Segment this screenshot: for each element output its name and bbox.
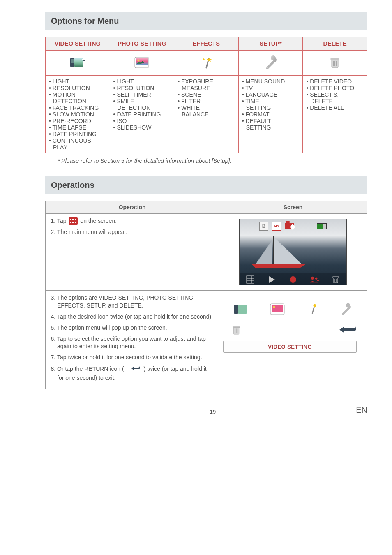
delete-options: • DELETE VIDEO • DELETE PHOTO • SELECT &… <box>303 76 367 153</box>
battery-icon <box>317 223 327 229</box>
txt: Tap <box>57 217 68 224</box>
step-6: Tap to select the specific option you wa… <box>57 335 214 351</box>
page-number: 19 <box>70 409 356 415</box>
opt: LIGHT <box>117 78 134 85</box>
step-4: Tap the desired icon twice (or tap and h… <box>57 313 214 321</box>
op-header-operation: Operation <box>46 201 219 214</box>
svg-rect-17 <box>69 217 78 225</box>
screen-preview-cell: B HD <box>219 214 367 291</box>
svg-rect-3 <box>71 62 74 63</box>
return-arrow-icon <box>127 365 141 374</box>
opt: SLOW MOTION <box>53 111 94 118</box>
opt: SETTING <box>242 124 271 131</box>
row-back-arrow-icon <box>336 325 357 334</box>
opt: DELETE VIDEO <box>310 78 352 85</box>
menu-header-photo: PHOTO SETTING <box>110 37 174 51</box>
svg-rect-39 <box>238 305 247 314</box>
txt: on the screen. <box>80 217 117 224</box>
svg-rect-46 <box>233 326 240 328</box>
opt: MEASURE <box>178 85 210 91</box>
opt: DATE PRINTING <box>53 131 97 137</box>
opt: EXPOSURE <box>181 78 213 85</box>
menu-header-video: VIDEO SETTING <box>46 37 110 51</box>
opt: RESOLUTION <box>117 85 154 91</box>
step-1: Tap on the screen. <box>57 217 214 225</box>
bottom-trash-icon <box>331 275 340 284</box>
svg-rect-2 <box>71 60 74 62</box>
opt: LIGHT <box>53 78 69 85</box>
opt: CONTINUOUS <box>53 137 91 144</box>
svg-point-30 <box>290 276 296 283</box>
opt: DETECTION <box>49 98 86 104</box>
opt: TV <box>245 85 253 91</box>
menu-header-effects: EFFECTS <box>174 37 239 51</box>
svg-point-44 <box>314 304 316 307</box>
op-steps-3-8: The options are VIDEO SETTING, PHOTO SET… <box>46 291 219 389</box>
section-options-title: Options for Menu <box>45 12 367 30</box>
row-video-icon <box>233 302 249 316</box>
effects-icon-cell <box>174 51 239 76</box>
menu-options-table: VIDEO SETTING PHOTO SETTING EFFECTS SETU… <box>45 37 367 153</box>
svg-rect-8 <box>136 58 148 65</box>
svg-point-32 <box>315 278 318 280</box>
svg-point-9 <box>138 59 140 61</box>
svg-rect-25 <box>247 276 254 283</box>
opt: WHITE <box>181 104 200 111</box>
video-setting-icon <box>69 56 86 69</box>
video-setting-options: • LIGHT • RESOLUTION • MOTION DETECTION … <box>46 76 110 153</box>
opt: FORMAT <box>246 111 270 118</box>
opt: DATE PRINTING <box>117 111 161 118</box>
menu-header-delete: DELETE <box>303 37 367 51</box>
op-header-screen: Screen <box>219 201 367 214</box>
opt: SLIDESHOW <box>117 124 151 131</box>
operations-table: Operation Screen Tap on <box>45 201 367 389</box>
video-setting-icon-cell <box>46 51 110 76</box>
opt: RESOLUTION <box>53 85 90 91</box>
svg-rect-19 <box>72 219 74 220</box>
opt: DELETE PHOTO <box>310 85 354 91</box>
opt: FILTER <box>181 98 201 104</box>
opt: FACE TRACKING <box>53 104 99 111</box>
setup-note: * Please refer to Section 5 for the deta… <box>58 157 367 164</box>
svg-rect-41 <box>272 305 283 312</box>
setup-wrench-icon <box>263 56 279 69</box>
step-2: The main menu will appear. <box>57 228 214 236</box>
opt: SETTING <box>242 104 271 111</box>
row-setup-icon <box>339 302 353 316</box>
step-8: Or tap the RETURN icon ( ) twice (or tap… <box>57 365 214 382</box>
opt: MOTION <box>53 91 76 98</box>
opt: SMILE <box>117 98 134 104</box>
opt: DEFAULT <box>246 118 271 124</box>
svg-rect-34 <box>334 278 338 283</box>
svg-point-5 <box>82 59 83 60</box>
effects-options: • EXPOSURE MEASURE • SCENE • FILTER • WH… <box>174 76 239 153</box>
opt: PRE-RECORD <box>53 118 91 124</box>
menu-header-setup: SETUP* <box>238 37 303 51</box>
opt: SELECT & <box>310 91 337 98</box>
op-steps-1-2: Tap on the screen. The main menu will ap… <box>46 214 219 291</box>
folder-icon <box>285 222 294 230</box>
delete-icon-cell <box>303 51 367 76</box>
settings-icons-cell: VIDEO SETTING <box>219 291 367 389</box>
svg-rect-20 <box>75 219 76 220</box>
svg-rect-23 <box>75 222 76 223</box>
delete-trash-icon <box>327 56 343 69</box>
opt: BALANCE <box>178 111 208 118</box>
step-7: Tap twice or hold it for one second to v… <box>57 354 214 361</box>
opt: SELF-TIMER <box>117 91 151 98</box>
opt: DELETE ALL <box>310 104 344 111</box>
step-3: The options are VIDEO SETTING, PHOTO SET… <box>57 294 214 310</box>
opt: DETECTION <box>113 104 151 111</box>
photo-setting-options: • LIGHT • RESOLUTION • SELF-TIMER • SMIL… <box>110 76 174 153</box>
menu-grid-icon <box>69 217 78 225</box>
photo-setting-icon-cell <box>110 51 174 76</box>
battery-b-icon: B <box>259 222 268 231</box>
screen-preview: B HD <box>239 219 347 285</box>
svg-rect-22 <box>72 222 74 223</box>
sailboat-graphic <box>240 236 346 273</box>
opt: DELETE <box>306 98 332 104</box>
bottom-grid-icon <box>246 275 255 284</box>
opt: PLAY <box>49 144 67 150</box>
row-effects-icon <box>305 302 319 316</box>
opt: ISO <box>117 118 127 124</box>
